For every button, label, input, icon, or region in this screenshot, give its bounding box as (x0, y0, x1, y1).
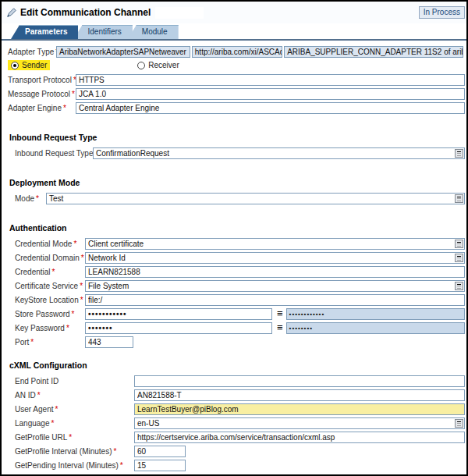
credential-input[interactable] (85, 266, 465, 278)
required-marker: * (66, 324, 69, 332)
required-marker: * (72, 90, 75, 98)
adapter-engine-label: Adapter Engine (8, 104, 62, 112)
title-bar: Edit Communication Channel In Process (2, 2, 466, 23)
receiver-label: Receiver (148, 61, 179, 69)
equals-icon: ≡ (277, 310, 283, 318)
adapter-type-vendor-field: ARIBA_SUPPLIER_CONN_ADAPTER 11S2 of arib… (284, 46, 463, 58)
dropdown-icon[interactable] (455, 254, 463, 262)
certificate-service-select[interactable]: File System (85, 280, 465, 292)
adapter-engine-row: Adapter Engine* (8, 101, 465, 114)
getpending-interval-row: GetPending Interval (Minutes)* (8, 459, 465, 471)
dropdown-icon[interactable] (455, 282, 463, 290)
required-marker: * (80, 282, 83, 290)
tab-identifiers[interactable]: Identifiers (73, 25, 132, 39)
credential-mode-select[interactable]: Client certificate (85, 238, 465, 250)
credential-mode-row: Credential Mode* Client certificate (8, 237, 465, 250)
mode-value: Test (49, 194, 63, 203)
adapter-engine-input[interactable] (76, 102, 465, 114)
section-cxml-configuration: cXML Configuration (8, 361, 465, 370)
certificate-service-label: Certificate Service (15, 282, 78, 290)
inbound-request-type-value: ConfirmationRequest (96, 149, 169, 158)
end-point-id-label: End Point ID (15, 377, 58, 385)
credential-label: Credential (15, 268, 51, 276)
credential-domain-value: Network Id (88, 254, 126, 262)
receiver-radio-option[interactable]: Receiver (134, 60, 182, 70)
adapter-type-label: Adapter Type (8, 48, 54, 56)
message-protocol-row: Message Protocol* (8, 87, 465, 100)
getprofile-interval-input[interactable] (134, 446, 186, 457)
mode-select[interactable]: Test (46, 193, 465, 204)
receiver-radio[interactable] (137, 62, 145, 69)
keystore-location-row: KeyStore Location* (8, 293, 465, 306)
credential-row: Credential* (8, 265, 465, 278)
store-password-confirm-field: •••••••••••• (286, 308, 465, 320)
end-point-id-row: End Point ID (8, 375, 465, 387)
getprofile-interval-label: GetProfile Interval (Minutes) (15, 447, 112, 456)
key-password-row: Key Password* ≡ •••••••• (8, 321, 465, 334)
end-point-id-input[interactable] (134, 375, 465, 387)
dropdown-icon[interactable] (455, 149, 463, 158)
store-password-input[interactable] (85, 308, 272, 320)
section-deployment-mode: Deployment Mode (8, 178, 465, 187)
dropdown-icon[interactable] (455, 194, 463, 203)
required-marker: * (30, 338, 34, 346)
message-protocol-input[interactable] (76, 88, 465, 100)
section-authentication: Authentication (8, 223, 465, 233)
credential-domain-label: Credential Domain (15, 254, 80, 262)
dropdown-icon[interactable] (455, 419, 463, 428)
transport-protocol-label: Transport Protocol (8, 76, 72, 84)
language-row: Language* en-US (8, 417, 465, 429)
sender-radio[interactable] (11, 62, 19, 69)
required-marker: * (80, 296, 83, 304)
an-id-label: AN ID (15, 391, 36, 400)
credential-mode-label: Credential Mode (15, 240, 72, 248)
required-marker: * (51, 419, 55, 428)
certificate-service-value: File System (88, 282, 129, 290)
credential-domain-row: Credential Domain* Network Id (8, 251, 465, 264)
key-password-input[interactable] (85, 322, 272, 334)
inbound-request-type-label: Inbound Request Type (15, 149, 93, 158)
credential-mode-value: Client certificate (88, 240, 144, 248)
getprofile-url-input[interactable] (134, 432, 465, 443)
sender-label: Sender (22, 61, 47, 69)
mode-label: Mode (15, 194, 34, 203)
tab-parameters[interactable]: Parameters (11, 25, 78, 39)
credential-domain-select[interactable]: Network Id (85, 252, 465, 264)
an-id-row: AN ID* (8, 389, 465, 401)
adapter-type-namespace-field: http://ariba.com/xi/ASCAdapter (192, 46, 282, 58)
tab-bar: Parameters Identifiers Module (2, 23, 466, 41)
language-value: en-US (137, 419, 159, 428)
tab-module[interactable]: Module (128, 25, 179, 39)
section-inbound-request-type: Inbound Request Type (8, 133, 465, 142)
port-input[interactable] (85, 336, 133, 348)
inbound-request-type-select[interactable]: ConfirmationRequest (93, 147, 465, 159)
edit-pencil-icon (6, 7, 17, 18)
required-marker: * (37, 391, 41, 400)
direction-row: Sender Receiver (8, 59, 465, 71)
required-marker: * (81, 254, 84, 262)
required-marker: * (69, 433, 72, 442)
edit-communication-channel-window: Edit Communication Channel In Process Pa… (0, 0, 468, 476)
sender-radio-option[interactable]: Sender (8, 60, 50, 70)
language-label: Language (15, 419, 50, 428)
mode-row: Mode* Test (8, 192, 465, 204)
inbound-request-type-row: Inbound Request Type* ConfirmationReques… (8, 147, 465, 159)
dropdown-icon[interactable] (455, 240, 463, 248)
required-marker: * (36, 194, 39, 203)
equals-icon: ≡ (277, 324, 283, 332)
getpending-interval-label: GetPending Interval (Minutes) (15, 461, 119, 470)
port-label: Port (15, 338, 29, 346)
required-marker: * (52, 268, 55, 276)
an-id-input[interactable] (134, 389, 465, 401)
parameters-form: Adapter Type* AribaNetworkAdapterSAPNetw… (2, 41, 466, 471)
user-agent-row: User Agent* (8, 403, 465, 415)
required-marker: * (72, 310, 75, 318)
getpending-interval-input[interactable] (134, 460, 186, 471)
language-select[interactable]: en-US (134, 417, 465, 429)
user-agent-input[interactable] (134, 403, 465, 415)
page-title: Edit Communication Channel (20, 7, 151, 18)
store-password-row: Store Password* ≡ •••••••••••• (8, 307, 465, 320)
keystore-location-input[interactable] (85, 294, 465, 306)
port-row: Port* (8, 336, 465, 348)
transport-protocol-input[interactable] (76, 74, 465, 86)
